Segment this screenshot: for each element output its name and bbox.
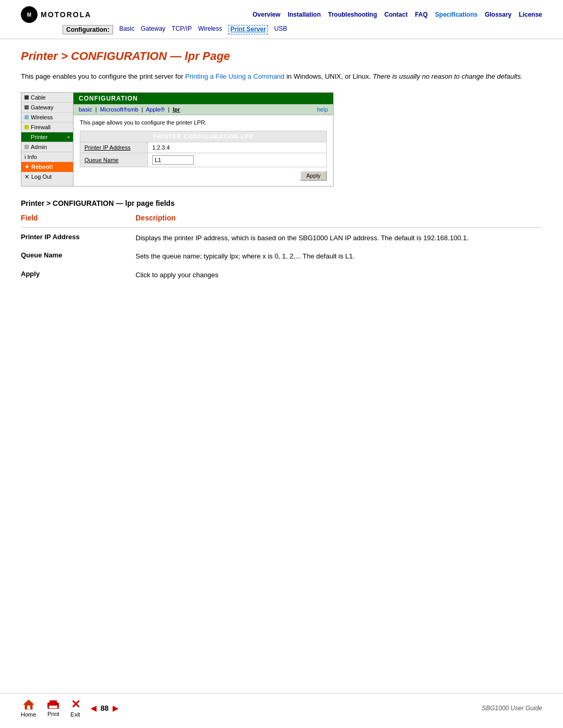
ss-logout-label: Log Out — [31, 174, 52, 180]
nav-installation[interactable]: Installation — [288, 11, 321, 18]
ss-logout-icon: ✕ — [25, 174, 29, 180]
ss-sidebar-wireless: Wireless — [21, 113, 73, 122]
logo-text: MOTOROLA — [41, 10, 91, 19]
ss-dot-cable — [25, 95, 29, 100]
svg-rect-3 — [50, 700, 57, 704]
main-nav: Overview Installation Troubleshooting Co… — [253, 11, 543, 18]
ss-reboot-label: Reboot! — [31, 164, 53, 170]
fields-section: Printer > CONFIGURATION — lpr page field… — [21, 199, 542, 280]
ss-tab-lpr[interactable]: lpr — [173, 106, 180, 113]
ss-field-queue-label: Queue Name — [80, 153, 148, 167]
subnav-gateway[interactable]: Gateway — [141, 25, 165, 34]
home-label: Home — [21, 711, 36, 718]
main-content: Printer > CONFIGURATION — lpr Page This … — [0, 39, 563, 299]
fields-title: Printer > CONFIGURATION — lpr page field… — [21, 199, 542, 207]
ss-dot-firewall — [25, 125, 29, 129]
intro-link[interactable]: Printing a File Using a Command — [185, 72, 285, 80]
ss-arrow-printer: » — [67, 134, 70, 140]
ss-dot-admin — [25, 145, 29, 149]
ss-label-info: i Info — [25, 154, 70, 160]
ss-field-ip-label: Printer IP Address — [80, 142, 148, 153]
screenshot-simulation: Cable Gateway Wireless Firewall Printer … — [21, 92, 334, 187]
nav-contact[interactable]: Contact — [384, 11, 408, 18]
ss-sidebar: Cable Gateway Wireless Firewall Printer … — [21, 93, 74, 186]
nav-glossary[interactable]: Glossary — [485, 11, 511, 18]
footer-nav: Home Print ✕ Exit — [21, 699, 80, 718]
ss-label-cable: Cable — [31, 94, 70, 101]
ss-row-ip: Printer IP Address 1.2.3.4 — [80, 142, 327, 153]
exit-button[interactable]: ✕ Exit — [70, 699, 80, 718]
ss-panel-tabs: basic | Microsoft®smb | Apple® | lpr hel… — [74, 104, 333, 115]
field-header-field: Field — [21, 214, 115, 222]
ss-sidebar-gateway: Gateway — [21, 103, 73, 113]
field-row-queue: Queue Name Sets the queue name; typicall… — [21, 251, 542, 262]
footer: Home Print ✕ Exit ◀ 88 ▶ SBG1000 User Gu… — [0, 693, 563, 718]
nav-license[interactable]: License — [519, 11, 542, 18]
header: M MOTOROLA Overview Installation Trouble… — [0, 0, 563, 39]
ss-panel-body: This page allows you to configure the pr… — [74, 115, 333, 186]
nav-overview[interactable]: Overview — [253, 11, 280, 18]
exit-label: Exit — [70, 711, 80, 718]
ss-queue-input[interactable] — [152, 155, 194, 165]
ss-label-printer: Printer — [31, 134, 65, 140]
ss-dot-gateway — [25, 105, 29, 109]
ss-sidebar-printer: Printer » — [21, 132, 73, 142]
intro-text-before: This page enables you to configure the p… — [21, 72, 185, 80]
field-name-apply: Apply — [21, 270, 115, 278]
subnav-usb[interactable]: USB — [274, 25, 287, 34]
ss-label-firewall: Firewall — [31, 124, 70, 130]
field-desc-ip: Displays the printer IP address, which i… — [136, 233, 542, 243]
logo-area: M MOTOROLA — [21, 6, 91, 23]
page-number: 88 — [101, 704, 109, 712]
home-icon — [22, 699, 35, 710]
print-icon — [46, 699, 60, 710]
field-header-desc: Description — [136, 214, 176, 222]
ss-sidebar-admin: Admin — [21, 142, 73, 152]
field-row-ip: Printer IP Address Displays the printer … — [21, 233, 542, 243]
svg-rect-1 — [27, 706, 30, 709]
sub-nav: Configuration: Basic Gateway TCP/IP Wire… — [21, 25, 542, 34]
ss-label-gateway: Gateway — [31, 104, 70, 110]
nav-specifications[interactable]: Specifications — [435, 11, 478, 18]
ss-table-header: PRINTER CONFIGURATION LPR — [80, 131, 327, 142]
subnav-wireless[interactable]: Wireless — [198, 25, 222, 34]
exit-icon: ✕ — [71, 699, 80, 710]
ss-label-admin: Admin — [31, 144, 70, 150]
field-desc-queue: Sets the queue name; typically lpx; wher… — [136, 251, 542, 262]
subnav-tcpip[interactable]: TCP/IP — [172, 25, 192, 34]
ss-panel: CONFIGURATION basic | Microsoft®smb | Ap… — [74, 93, 333, 186]
ss-tab-basic[interactable]: basic — [79, 106, 92, 113]
field-name-queue: Queue Name — [21, 251, 115, 259]
ss-tab-apple[interactable]: Apple® — [146, 106, 165, 113]
motorola-logo-icon: M — [21, 6, 38, 23]
print-label: Print — [47, 711, 59, 717]
ss-tab-smb[interactable]: Microsoft®smb — [100, 106, 139, 113]
footer-guide: SBG1000 User Guide — [482, 705, 542, 712]
ss-tab-text: basic | Microsoft®smb | Apple® | lpr — [79, 106, 180, 113]
ss-panel-header: CONFIGURATION — [74, 93, 333, 104]
home-button[interactable]: Home — [21, 699, 36, 718]
ss-desc-text: This page allows you to configure the pr… — [80, 119, 327, 126]
nav-troubleshooting[interactable]: Troubleshooting — [328, 11, 377, 18]
ss-reboot-button[interactable]: ✦ Reboot! — [21, 162, 73, 172]
ss-row-queue: Queue Name — [80, 153, 327, 167]
ss-sidebar-firewall: Firewall — [21, 122, 73, 132]
nav-faq[interactable]: FAQ — [415, 11, 428, 18]
ss-apply-row: Apply — [80, 167, 327, 182]
ss-apply-button[interactable]: Apply — [300, 170, 327, 181]
ss-label-wireless: Wireless — [31, 114, 70, 120]
page-title: Printer > CONFIGURATION — lpr Page — [21, 50, 542, 63]
svg-rect-4 — [49, 706, 57, 708]
ss-logout-button[interactable]: ✕ Log Out — [21, 172, 73, 182]
print-button[interactable]: Print — [46, 699, 60, 717]
prev-page-arrow[interactable]: ◀ — [91, 704, 96, 712]
subnav-basic[interactable]: Basic — [119, 25, 134, 34]
ss-field-ip-value: 1.2.3.4 — [148, 142, 327, 153]
ss-sidebar-cable: Cable — [21, 93, 73, 103]
subnav-print-server[interactable]: Print Server — [228, 25, 268, 34]
ss-dot-printer — [25, 135, 29, 139]
intro-text-after: in Windows, UNIX, or Linux. — [285, 72, 373, 80]
next-page-arrow[interactable]: ▶ — [113, 704, 118, 712]
ss-sidebar-info: i Info — [21, 152, 73, 162]
ss-help-link[interactable]: help — [317, 106, 328, 113]
